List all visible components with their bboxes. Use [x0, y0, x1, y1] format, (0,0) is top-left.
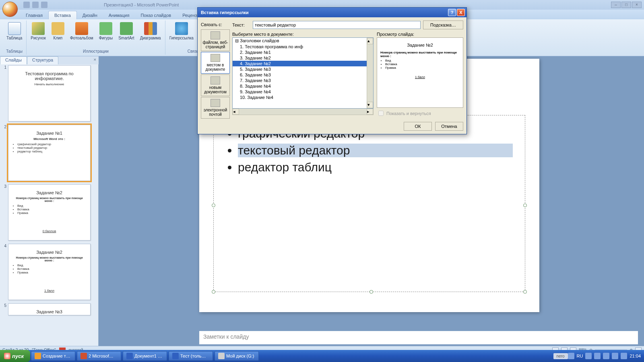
tree-item[interactable]: 5. Задание №3	[233, 66, 367, 72]
insert-hyperlink-dialog: Вставка гиперссылки ? X Связать с: файло…	[197, 7, 467, 134]
lang-indicator[interactable]: RU	[577, 354, 583, 358]
bullet-item-selected[interactable]: текстовый редактор	[238, 144, 513, 157]
table-button[interactable]: Таблица	[6, 21, 23, 41]
album-button[interactable]: Фотоальбом	[69, 21, 94, 41]
quick-access-toolbar	[23, 2, 47, 8]
dialog-help-button[interactable]: ?	[448, 9, 456, 16]
tree-item[interactable]: 6. Задание №3	[233, 72, 367, 78]
thumb-row[interactable]: 1 Тестовая программа по информатике. Нач…	[2, 65, 97, 121]
tab-insert[interactable]: Вставка	[48, 11, 77, 19]
tab-design[interactable]: Дизайн	[77, 11, 103, 19]
shapes-button[interactable]: Фигуры	[98, 21, 114, 41]
scroll-left-icon[interactable]: ◂	[233, 109, 239, 115]
tree-column: Выберите место в документе: ⊟ Заголовки …	[232, 32, 374, 117]
tab-animation[interactable]: Анимация	[103, 11, 135, 19]
text-label: Текст:	[232, 23, 250, 27]
smartart-icon	[120, 22, 133, 35]
scroll-down-icon[interactable]: ▾	[367, 102, 373, 108]
chart-button[interactable]: Диаграмма	[139, 21, 162, 41]
thumb-row[interactable]: 3 Задание №2 Номера страниц можно выстав…	[2, 184, 97, 241]
tree-vscrollbar[interactable]: ▴▾	[367, 38, 373, 108]
tree-item[interactable]: 8. Задание №4	[233, 83, 367, 89]
tree-item[interactable]: 1. Тестовая программа по инф	[233, 44, 367, 49]
tab-outline[interactable]: Структура	[27, 56, 58, 64]
resize-handle[interactable]	[212, 204, 215, 207]
thumb-row[interactable]: 2 Задание №1 Microsoft Word это : графич…	[2, 125, 97, 181]
tree-item[interactable]: 9. Задание №4	[233, 89, 367, 95]
dialog-titlebar[interactable]: Вставка гиперссылки ? X	[198, 8, 466, 17]
tree-item[interactable]: 2. Задание №1	[233, 49, 367, 55]
minimize-button[interactable]: –	[611, 2, 621, 8]
taskbar-item[interactable]: Создание т…	[31, 351, 75, 361]
maximize-button[interactable]: □	[621, 2, 631, 8]
ribbon-group-illustrations: Рисунок Клип Фотоальбом Фигуры SmartArt …	[27, 21, 165, 55]
clip-button[interactable]: Клип	[51, 21, 65, 41]
notes-pane[interactable]: Заметки к слайду	[199, 330, 638, 344]
close-button[interactable]: ×	[632, 2, 642, 8]
taskbar-item[interactable]: Тест (толь…	[169, 351, 213, 361]
tray-icon[interactable]	[603, 353, 609, 359]
link-to-email[interactable]: электронной почтой	[201, 97, 230, 119]
screentip-button[interactable]: Подсказка…	[423, 21, 463, 29]
smartart-button[interactable]: SmartArt	[118, 21, 135, 41]
document-target-icon	[211, 54, 220, 62]
resize-handle[interactable]	[212, 290, 215, 294]
ok-button[interactable]: ОК	[404, 122, 432, 131]
tab-slideshow[interactable]: Показ слайдов	[135, 11, 177, 19]
bullet-item[interactable]: редактор таблиц	[238, 160, 513, 174]
display-text-input[interactable]	[253, 21, 421, 29]
tree-item-selected[interactable]: 4. Задание №2	[233, 61, 367, 66]
link-to-file-web[interactable]: файлом, веб-страницей	[201, 29, 230, 51]
link-to-new-doc[interactable]: новым документом	[201, 74, 230, 96]
email-icon	[211, 99, 220, 107]
tray-icon[interactable]	[594, 353, 601, 359]
tree-item[interactable]: 3. Задание №2	[233, 55, 367, 61]
new-document-icon	[211, 76, 220, 84]
tray-icon[interactable]	[612, 353, 618, 359]
resize-handle[interactable]	[523, 290, 527, 294]
tab-slides[interactable]: Слайды	[0, 56, 27, 64]
slide-thumbnails-panel[interactable]: 1 Тестовая программа по информатике. Нач…	[0, 56, 99, 347]
slide-thumb-3[interactable]: Задание №2 Номера страниц можно выставит…	[8, 184, 91, 241]
redo-icon[interactable]	[41, 2, 47, 8]
save-icon[interactable]	[23, 2, 30, 8]
start-button[interactable]: пуск	[0, 350, 30, 362]
hyperlink-button[interactable]: Гиперссылка	[169, 21, 194, 41]
slide-thumb-1[interactable]: Тестовая программа по информатике. Начат…	[8, 65, 91, 121]
slide-thumb-4[interactable]: Задание №2 Номера страниц можно выставит…	[8, 244, 91, 300]
taskbar-item[interactable]: Документ1 …	[123, 351, 167, 361]
tree-hscrollbar[interactable]: ◂▸	[232, 109, 374, 115]
clock[interactable]: 21:04	[630, 354, 641, 358]
undo-icon[interactable]	[32, 2, 39, 8]
content-textbox[interactable]: графический редактор текстовый редактор …	[213, 115, 525, 292]
scroll-up-icon[interactable]: ▴	[367, 38, 373, 44]
slide-preview: Задание №2 Номера страниц можно выставит…	[377, 37, 463, 108]
taskbar-item[interactable]: 2 Microsof…	[77, 351, 121, 361]
office-button[interactable]	[2, 2, 18, 17]
link-to-place-in-doc[interactable]: местом в документе	[201, 52, 230, 74]
taskbar-item[interactable]: Мой диск (G:)	[215, 351, 259, 361]
resize-handle[interactable]	[523, 204, 527, 207]
slide-thumb-2[interactable]: Задание №1 Microsoft Word это : графичес…	[8, 125, 91, 181]
nero-search[interactable]: nero	[553, 353, 568, 359]
thumb-row[interactable]: 4 Задание №2 Номера страниц можно выстав…	[2, 244, 97, 300]
slide-thumb-5[interactable]: Задание №3	[8, 303, 91, 315]
tree-label: Выберите место в документе:	[232, 32, 374, 37]
resize-handle[interactable]	[369, 290, 373, 294]
tray-icon[interactable]	[568, 353, 574, 359]
tree-item[interactable]: 7. Задание №3	[233, 78, 367, 83]
thumb-row[interactable]: 5 Задание №3	[2, 303, 97, 315]
dialog-close-button[interactable]: X	[457, 9, 465, 16]
cancel-button[interactable]: Отмена	[435, 122, 463, 131]
panel-close-icon[interactable]: ×	[91, 56, 99, 64]
picture-button[interactable]: Рисунок	[30, 21, 47, 41]
tree-root[interactable]: ⊟ Заголовки слайдов	[233, 38, 367, 44]
scroll-right-icon[interactable]: ▸	[367, 109, 373, 115]
tree-view[interactable]: ⊟ Заголовки слайдов 1. Тестовая программ…	[232, 37, 374, 109]
app-title: Презентация3 - Microsoft PowerPoint	[104, 2, 179, 7]
tree-item[interactable]: 10. Задание №4	[233, 95, 367, 100]
tab-home[interactable]: Главная	[20, 11, 48, 19]
tray-icon[interactable]	[621, 353, 627, 359]
tray-icon[interactable]	[585, 353, 592, 359]
disk-icon	[218, 353, 225, 359]
